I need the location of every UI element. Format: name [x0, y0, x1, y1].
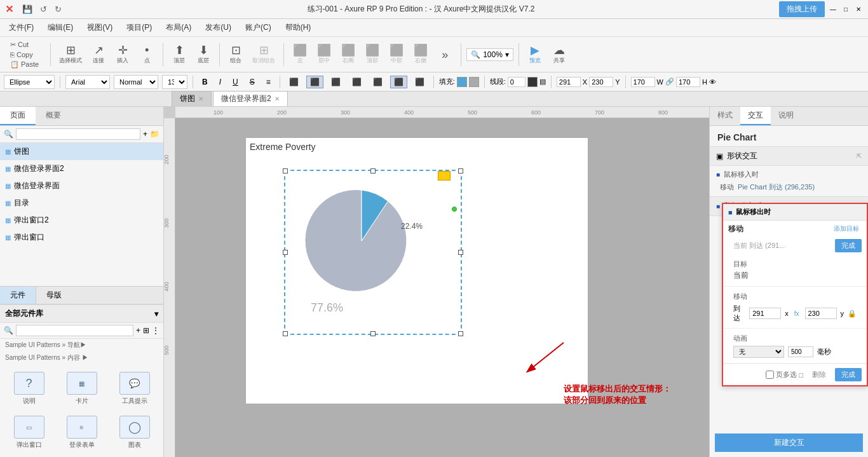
text-align-left-button[interactable]: ⬛: [285, 76, 302, 88]
element-tab[interactable]: 元件: [0, 287, 36, 304]
comp-item-tooltip[interactable]: 💬 工具提示: [111, 369, 158, 408]
group-button[interactable]: ⊡ 组合: [225, 42, 247, 67]
mouseout-expand[interactable]: ■: [716, 203, 720, 210]
more-align-button[interactable]: »: [434, 46, 456, 63]
fill-color-box[interactable]: [457, 77, 467, 87]
page-item-catalog[interactable]: ▦ 目录: [0, 194, 163, 212]
menu-publish[interactable]: 发布(U): [199, 20, 238, 36]
complete-button[interactable]: 完成: [835, 368, 862, 381]
comp-item-login[interactable]: ≡ 登录表单: [58, 413, 105, 452]
zoom-area[interactable]: 🔍 100% ▾: [466, 48, 513, 61]
panel-tab-pages[interactable]: 页面: [0, 107, 36, 125]
lock-coords-icon[interactable]: 🔒: [848, 310, 857, 318]
shape-section-expand[interactable]: ▣: [716, 152, 723, 161]
menu-account[interactable]: 账户(C): [239, 20, 278, 36]
tab-wechat-close[interactable]: ✕: [275, 95, 280, 102]
align-center-button[interactable]: ⬛ 层中: [313, 42, 335, 67]
align-left-button[interactable]: ⬛ 左: [289, 42, 311, 67]
page-search-input[interactable]: [16, 128, 140, 140]
text-align-bottom-button[interactable]: ⬛: [411, 76, 428, 88]
undo-icon[interactable]: ↺: [39, 3, 48, 15]
font-style-select[interactable]: Normal: [114, 75, 158, 89]
width-input[interactable]: [631, 77, 655, 87]
italic-button[interactable]: I: [215, 76, 225, 88]
handle-tm[interactable]: [370, 168, 376, 174]
tab-bingtu[interactable]: 饼图 ✕: [172, 91, 212, 106]
strikethrough-button[interactable]: S: [246, 76, 259, 88]
menu-project[interactable]: 项目(P): [120, 20, 158, 36]
close-button[interactable]: ✕: [854, 5, 863, 14]
page-item-bingtu[interactable]: ▦ 饼图: [0, 143, 163, 160]
dot-button[interactable]: • 点: [136, 42, 158, 67]
text-align-center-button[interactable]: ⬛: [306, 76, 323, 88]
page-item-wechat2[interactable]: ▦ 微信登录界面2: [0, 160, 163, 177]
menu-layout[interactable]: 布局(A): [159, 20, 198, 36]
menu-file[interactable]: 文件(F): [3, 20, 40, 36]
add-page-icon[interactable]: +: [143, 130, 147, 139]
maximize-button[interactable]: □: [841, 5, 850, 14]
page-item-wechat[interactable]: ▦ 微信登录界面: [0, 177, 163, 194]
y-coord-input[interactable]: [805, 308, 837, 319]
visibility-icon[interactable]: 👁: [709, 78, 716, 86]
line-value-input[interactable]: [508, 77, 526, 87]
font-family-select[interactable]: Arial: [65, 75, 110, 89]
handle-br[interactable]: [458, 331, 463, 336]
panel-tab-outline[interactable]: 概要: [36, 107, 71, 125]
line-style-icon[interactable]: ▤: [539, 78, 546, 86]
master-tab[interactable]: 母版: [36, 287, 72, 304]
line-color-box[interactable]: [527, 77, 538, 87]
minimize-button[interactable]: —: [829, 5, 837, 14]
connect-button[interactable]: ↗ 连接: [88, 42, 109, 67]
right-tab-interact[interactable]: 交互: [740, 107, 771, 125]
comp-add-icon[interactable]: +: [136, 326, 140, 335]
new-interaction-button[interactable]: 新建交互: [715, 433, 863, 452]
comp-item-note[interactable]: ? 说明: [5, 369, 53, 408]
tab-wechat[interactable]: 微信登录界面2 ✕: [213, 91, 288, 106]
complete-btn-top[interactable]: 完成: [835, 239, 862, 252]
save-icon[interactable]: 💾: [21, 3, 34, 15]
library-path1[interactable]: Sample UI Patterns » 导航▶: [0, 339, 163, 351]
align-bottom-button[interactable]: ⬛ 右侧: [410, 42, 431, 67]
list-button[interactable]: ≡: [262, 76, 275, 88]
text-align-justify-button[interactable]: ⬛: [348, 76, 365, 88]
handle-bm[interactable]: [370, 331, 376, 336]
redo-icon[interactable]: ↻: [53, 3, 63, 15]
menu-help[interactable]: 帮助(H): [279, 20, 318, 36]
shape-section-corner[interactable]: ⇱: [857, 153, 862, 160]
ungroup-button[interactable]: ⊞ 取消组合: [249, 42, 278, 67]
handle-bl[interactable]: [283, 331, 288, 336]
cut-button[interactable]: ✂ Cut: [9, 40, 30, 50]
library-expand-icon[interactable]: ▾: [154, 310, 158, 318]
underline-button[interactable]: U: [229, 76, 242, 88]
animation-time-input[interactable]: [788, 346, 813, 357]
page-item-popup2[interactable]: ▦ 弹出窗口2: [0, 212, 163, 229]
bottom-layer-button[interactable]: ⬇ 底层: [193, 42, 214, 67]
x-input[interactable]: [557, 77, 581, 87]
component-search-input[interactable]: [16, 325, 133, 336]
mouseover-expand[interactable]: ■: [716, 171, 720, 178]
copy-button[interactable]: ⎘ Copy: [9, 50, 34, 59]
add-target-button[interactable]: 添加目标: [831, 223, 862, 235]
text-align-middle-button[interactable]: ⬛: [390, 76, 407, 88]
font-size-select[interactable]: 13: [162, 75, 187, 89]
delete-button[interactable]: 删除: [808, 368, 830, 381]
top-layer-button[interactable]: ⬆ 顶层: [168, 42, 190, 67]
menu-view[interactable]: 视图(V): [81, 20, 119, 36]
menu-edit[interactable]: 编辑(E): [41, 20, 79, 36]
preview-button[interactable]: ▶ 预览: [524, 42, 546, 67]
page-item-popup[interactable]: ▦ 弹出窗口: [0, 229, 163, 246]
upload-button[interactable]: 拖拽上传: [779, 1, 825, 17]
comp-item-card[interactable]: ▦ 卡片: [58, 369, 105, 408]
align-middle-button[interactable]: ⬛ 中部: [386, 42, 407, 67]
comp-item-chart[interactable]: ◯ 图表: [111, 413, 158, 452]
insert-button[interactable]: ✛ 插入: [112, 42, 133, 67]
fx-button[interactable]: fx: [792, 310, 801, 318]
pie-chart-widget[interactable]: ⚡ 77.6% 22.4%: [284, 170, 462, 335]
tab-bingtu-close[interactable]: ✕: [198, 95, 203, 102]
handle-mr[interactable]: [458, 250, 463, 255]
comp-more-icon[interactable]: ⋮: [152, 326, 159, 335]
comp-item-popup[interactable]: ▭ 弹出窗口: [5, 413, 53, 452]
widget-type-select[interactable]: Ellipse: [4, 75, 55, 89]
handle-tr[interactable]: [458, 168, 463, 174]
text-align-top-button[interactable]: ⬛: [369, 76, 386, 88]
